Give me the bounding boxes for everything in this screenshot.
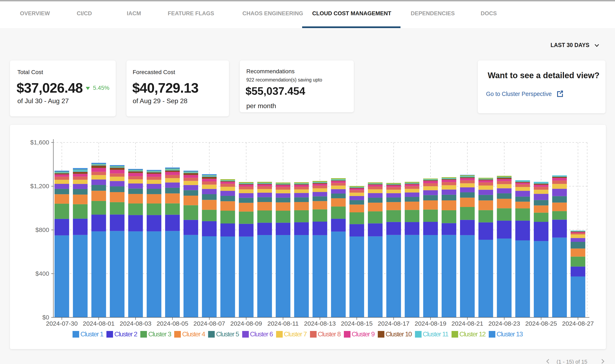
svg-text:2024-08-25: 2024-08-25 <box>525 320 557 327</box>
svg-text:$1,600: $1,600 <box>30 139 49 146</box>
svg-text:2024-08-19: 2024-08-19 <box>415 320 446 327</box>
svg-text:2024-08-17: 2024-08-17 <box>378 320 409 327</box>
svg-text:$800: $800 <box>35 226 49 233</box>
svg-text:2024-08-07: 2024-08-07 <box>194 320 225 327</box>
svg-text:$0: $0 <box>42 314 49 321</box>
svg-text:2024-08-11: 2024-08-11 <box>267 320 299 327</box>
svg-text:2024-08-23: 2024-08-23 <box>488 320 520 327</box>
svg-text:2024-08-15: 2024-08-15 <box>341 320 373 327</box>
svg-text:2024-08-01: 2024-08-01 <box>83 320 114 327</box>
svg-text:2024-08-27: 2024-08-27 <box>562 320 594 327</box>
svg-text:2024-08-13: 2024-08-13 <box>304 320 335 327</box>
svg-text:2024-08-05: 2024-08-05 <box>157 320 188 327</box>
svg-text:$1,200: $1,200 <box>30 183 49 189</box>
svg-text:2024-08-09: 2024-08-09 <box>230 320 262 327</box>
svg-text:2024-07-30: 2024-07-30 <box>46 320 78 327</box>
svg-text:2024-08-21: 2024-08-21 <box>451 320 483 327</box>
svg-text:2024-08-03: 2024-08-03 <box>120 320 151 327</box>
svg-text:$400: $400 <box>35 270 49 277</box>
